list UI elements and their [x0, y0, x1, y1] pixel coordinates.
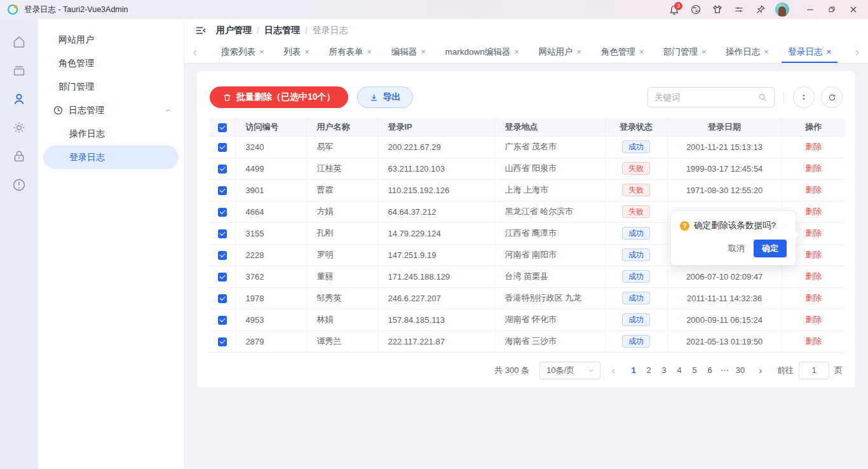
- row-checkbox[interactable]: [218, 165, 227, 173]
- tab-item[interactable]: 角色管理×: [595, 42, 651, 63]
- tab-item[interactable]: 列表×: [277, 42, 316, 63]
- page-number[interactable]: 1: [626, 363, 641, 378]
- row-checkbox[interactable]: [218, 143, 227, 152]
- row-checkbox[interactable]: [218, 337, 227, 346]
- tab-item[interactable]: 登录日志×: [782, 42, 837, 63]
- language-icon[interactable]: En: [686, 1, 705, 18]
- tab-item[interactable]: 搜索列表×: [215, 42, 271, 63]
- pin-icon[interactable]: [751, 1, 770, 18]
- sidebar-item-login-log[interactable]: 登录日志: [43, 146, 179, 169]
- cancel-button[interactable]: 取消: [728, 243, 745, 254]
- tab-close-icon[interactable]: ×: [702, 48, 707, 56]
- drawer-icon[interactable]: [11, 63, 27, 78]
- delete-link[interactable]: 删除: [805, 293, 822, 302]
- sidebar-item-site-users[interactable]: 网站用户: [38, 28, 184, 51]
- tab-label: markdown编辑器: [445, 46, 510, 58]
- delete-link[interactable]: 删除: [805, 163, 822, 173]
- delete-link[interactable]: 删除: [805, 142, 822, 151]
- confirm-button[interactable]: 确定: [754, 240, 787, 257]
- cell-user-name: 曹霞: [306, 179, 377, 201]
- tabs-scroll-right-icon[interactable]: [846, 42, 868, 63]
- batch-delete-button[interactable]: 批量删除（已选中10个）: [210, 86, 348, 108]
- settings-sliders-icon[interactable]: [729, 1, 749, 18]
- delete-link[interactable]: 删除: [805, 315, 822, 324]
- home-icon[interactable]: [11, 34, 27, 50]
- sidebar-item-dept-mgmt[interactable]: 部门管理: [38, 75, 184, 99]
- page-number[interactable]: 30: [733, 363, 748, 378]
- minimize-button[interactable]: [801, 1, 820, 18]
- table-row: 4953林娟157.84.185.113湖南省 怀化市成功2000-09-11 …: [210, 309, 845, 330]
- row-checkbox[interactable]: [218, 294, 227, 303]
- tab-item[interactable]: 所有表单×: [322, 42, 378, 63]
- delete-link[interactable]: 删除: [805, 185, 822, 194]
- tab-item[interactable]: 网站用户×: [532, 42, 588, 63]
- select-all-checkbox[interactable]: [218, 123, 227, 132]
- row-checkbox[interactable]: [218, 186, 227, 195]
- row-checkbox[interactable]: [218, 208, 227, 217]
- breadcrumb-item[interactable]: 日志管理: [264, 25, 300, 36]
- close-button[interactable]: [844, 1, 863, 18]
- tab-item[interactable]: 编辑器×: [385, 42, 432, 63]
- col-header: 登录状态: [605, 118, 667, 136]
- status-badge: 失败: [622, 162, 650, 175]
- tab-item[interactable]: 部门管理×: [657, 42, 713, 63]
- page-number[interactable]: 4: [672, 363, 687, 378]
- delete-link[interactable]: 删除: [805, 271, 822, 281]
- delete-link[interactable]: 删除: [805, 250, 822, 259]
- next-page-button[interactable]: ›: [753, 365, 768, 376]
- notification-bell-icon[interactable]: 3: [665, 1, 684, 18]
- maximize-button[interactable]: [822, 1, 841, 18]
- alert-circle-icon[interactable]: [11, 177, 27, 193]
- column-sort-button[interactable]: [793, 86, 815, 108]
- menu-fold-icon[interactable]: [194, 24, 207, 37]
- tab-item[interactable]: 操作日志×: [719, 42, 775, 63]
- tab-close-icon[interactable]: ×: [259, 48, 264, 56]
- lock-icon[interactable]: [11, 149, 27, 164]
- page-number[interactable]: 2: [641, 363, 656, 378]
- row-checkbox[interactable]: [218, 273, 227, 282]
- export-button[interactable]: 导出: [357, 86, 413, 108]
- tab-close-icon[interactable]: ×: [514, 48, 519, 56]
- tab-label: 编辑器: [391, 46, 417, 58]
- tabs-scroll-left-icon[interactable]: [184, 42, 206, 63]
- page-number[interactable]: 3: [656, 363, 672, 378]
- breadcrumb: 用户管理 / 日志管理 / 登录日志: [216, 25, 348, 36]
- sidebar-item-operation-log[interactable]: 操作日志: [38, 122, 184, 146]
- row-checkbox[interactable]: [218, 316, 227, 325]
- tab-close-icon[interactable]: ×: [826, 48, 831, 56]
- goto-page-input[interactable]: [799, 362, 829, 379]
- tab-close-icon[interactable]: ×: [367, 48, 372, 56]
- refresh-button[interactable]: [821, 86, 843, 108]
- tab-label: 搜索列表: [221, 46, 255, 58]
- tab-close-icon[interactable]: ×: [421, 48, 426, 56]
- delete-link[interactable]: 删除: [805, 207, 822, 216]
- gear-icon[interactable]: [11, 120, 27, 135]
- delete-link[interactable]: 删除: [805, 336, 822, 346]
- col-header: 用户名称: [306, 118, 377, 136]
- col-header: 登录日期: [667, 118, 782, 136]
- tab-close-icon[interactable]: ×: [639, 48, 644, 56]
- sidebar-item-role-mgmt[interactable]: 角色管理: [38, 51, 184, 75]
- tab-close-icon[interactable]: ×: [576, 48, 581, 56]
- search-input[interactable]: [654, 93, 757, 102]
- page-ellipsis[interactable]: ⋯: [717, 363, 733, 378]
- theme-shirt-icon[interactable]: [708, 1, 727, 18]
- page-size-select[interactable]: 10条/页: [539, 362, 600, 379]
- page-number[interactable]: 5: [687, 363, 702, 378]
- download-icon: [369, 93, 379, 102]
- tab-close-icon[interactable]: ×: [304, 48, 309, 56]
- cell-visit-id: 4499: [235, 158, 306, 179]
- tab-item[interactable]: markdown编辑器×: [438, 42, 525, 63]
- row-checkbox[interactable]: [218, 229, 227, 238]
- tab-close-icon[interactable]: ×: [764, 48, 769, 56]
- cell-login-location: 河南省 南阳市: [494, 244, 605, 266]
- row-checkbox[interactable]: [218, 251, 227, 260]
- prev-page-button[interactable]: ‹: [606, 365, 621, 376]
- breadcrumb-item[interactable]: 用户管理: [216, 25, 252, 36]
- avatar[interactable]: [775, 3, 789, 17]
- delete-link[interactable]: 删除: [805, 228, 822, 238]
- page-number[interactable]: 6: [702, 363, 717, 378]
- sidebar-group-log-mgmt[interactable]: 日志管理: [38, 99, 184, 122]
- users-icon[interactable]: [11, 92, 27, 107]
- cell-login-ip: 171.245.188.129: [377, 266, 494, 287]
